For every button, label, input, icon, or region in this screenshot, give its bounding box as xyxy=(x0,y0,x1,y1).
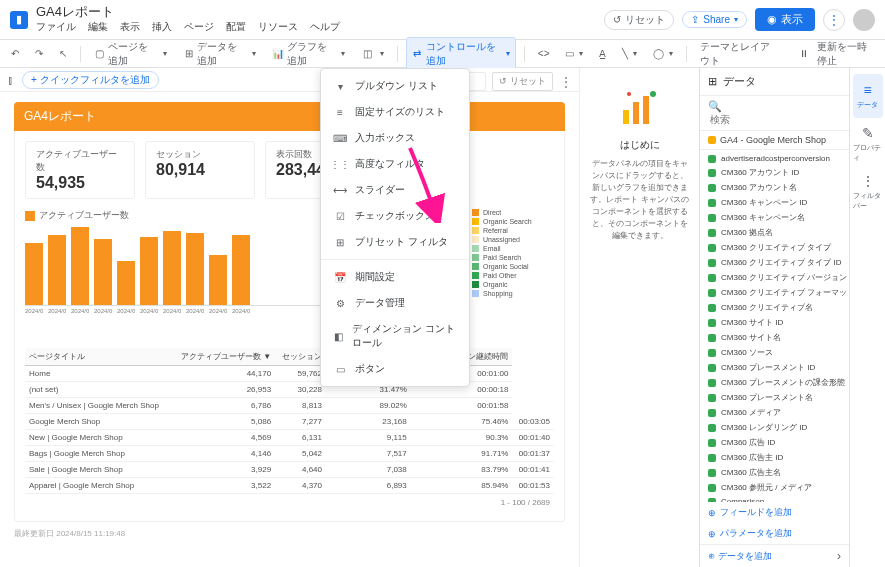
canvas-area[interactable]: ⫿ + クイックフィルタを追加 期間を選択 ↺ リセット ⋮ GA4レポート ア… xyxy=(0,68,579,567)
table-row[interactable]: Apparel | Google Merch Shop3,5224,3706,8… xyxy=(25,478,554,494)
shape-button[interactable]: ◯ xyxy=(648,46,678,61)
menu-help[interactable]: ヘルプ xyxy=(310,20,340,34)
reset-chip[interactable]: ↺リセット xyxy=(604,10,674,30)
field-item[interactable]: CM360 レンダリング ID xyxy=(700,420,849,435)
right-tab-label: プロパティ xyxy=(853,143,883,163)
field-item[interactable]: CM360 サイト ID xyxy=(700,315,849,330)
menu-view[interactable]: 表示 xyxy=(120,20,140,34)
table-row[interactable]: Home44,17059,76249.71%00:01:00 xyxy=(25,366,554,382)
add-page-button[interactable]: ▢ページを追加 xyxy=(89,38,172,70)
pause-update-button[interactable]: ⏸ 更新を一時停止 xyxy=(794,38,879,70)
table-cell: 4,640 xyxy=(275,462,326,478)
menu-insert[interactable]: 挿入 xyxy=(152,20,172,34)
table-cell: 85.94% xyxy=(411,478,513,494)
field-item[interactable]: CM360 広告主名 xyxy=(700,465,849,480)
field-item[interactable]: CM360 クリエイティブ タイプ ID xyxy=(700,255,849,270)
pointer-button[interactable]: ↖ xyxy=(54,46,72,61)
field-item[interactable]: Comparison xyxy=(700,495,849,502)
field-item[interactable]: CM360 サイト名 xyxy=(700,330,849,345)
filter-icon[interactable]: ⫿ xyxy=(8,74,14,86)
line-button[interactable]: ╲ xyxy=(617,46,642,61)
share-button[interactable]: ⇪Share▾ xyxy=(682,11,747,28)
right-tab[interactable]: ≡データ xyxy=(853,74,883,118)
menu-page[interactable]: ページ xyxy=(184,20,214,34)
field-item[interactable]: CM360 クリエイティブ フォーマット xyxy=(700,285,849,300)
image-button[interactable]: ▭ xyxy=(560,46,588,61)
menu-resource[interactable]: リソース xyxy=(258,20,298,34)
field-item[interactable]: CM360 キャンペーン名 xyxy=(700,210,849,225)
table-cell: 4,569 xyxy=(171,430,275,446)
table-row[interactable]: Men's / Unisex | Google Merch Shop6,7868… xyxy=(25,398,554,414)
field-item[interactable]: advertiseradcostperconversion xyxy=(700,152,849,165)
table-row[interactable]: Sale | Google Merch Shop3,9294,6407,0388… xyxy=(25,462,554,478)
dropdown-item[interactable]: 📅期間設定 xyxy=(321,264,469,290)
data-source[interactable]: GA4 - Google Merch Shop xyxy=(700,131,849,150)
table-row[interactable]: (not set)26,95330,22831.47%00:00:18 xyxy=(25,382,554,398)
field-item[interactable]: CM360 アカウント名 xyxy=(700,180,849,195)
quick-filter-chip[interactable]: + クイックフィルタを追加 xyxy=(22,71,159,89)
dropdown-item-icon: ⌨ xyxy=(333,131,347,145)
add-data-button[interactable]: ⊞データを追加 xyxy=(178,38,261,70)
menu-arrange[interactable]: 配置 xyxy=(226,20,246,34)
text-button[interactable]: A̲ xyxy=(594,46,611,61)
view-button[interactable]: ◉表示 xyxy=(755,8,815,31)
scorecard[interactable]: アクティブユーザー数54,935 xyxy=(25,141,135,199)
field-item[interactable]: CM360 アカウント ID xyxy=(700,165,849,180)
search-input[interactable] xyxy=(708,113,841,126)
scorecard[interactable]: セッション80,914 xyxy=(145,141,255,199)
menu-edit[interactable]: 編集 xyxy=(88,20,108,34)
table-row[interactable]: New | Google Merch Shop4,5696,1319,11590… xyxy=(25,430,554,446)
field-item[interactable]: CM360 広告 ID xyxy=(700,435,849,450)
table-header[interactable]: ページタイトル xyxy=(25,348,171,366)
dropdown-item[interactable]: ⌨入力ボックス xyxy=(321,125,469,151)
dropdown-item[interactable]: ◧ディメンション コントロール xyxy=(321,316,469,356)
menu-file[interactable]: ファイル xyxy=(36,20,76,34)
table-row[interactable]: Google Merch Shop5,0867,27723,16875.46%0… xyxy=(25,414,554,430)
dropdown-item[interactable]: ⋮⋮高度なフィルタ xyxy=(321,151,469,177)
redo-button[interactable]: ↷ xyxy=(30,46,48,61)
theme-layout-button[interactable]: テーマとレイアウト xyxy=(695,38,781,70)
bar-chart[interactable]: アクティブユーザー数 2024/07/162024/07/192024/07/2… xyxy=(25,209,325,336)
table-header[interactable]: セッション xyxy=(275,348,326,366)
dropdown-item[interactable]: ▭ボタン xyxy=(321,356,469,382)
dropdown-item[interactable]: ▾プルダウン リスト xyxy=(321,73,469,99)
add-field-link[interactable]: ⊕フィールドを追加 xyxy=(700,502,849,523)
right-tab[interactable]: ⋮フィルタバー xyxy=(853,170,883,214)
field-item[interactable]: CM360 参照元 / メディア xyxy=(700,480,849,495)
field-item[interactable]: CM360 キャンペーン ID xyxy=(700,195,849,210)
add-control-button[interactable]: ⇄コントロールを追加 xyxy=(406,37,516,71)
field-item[interactable]: CM360 クリエイティブ バージョン xyxy=(700,270,849,285)
field-item[interactable]: CM360 ソース xyxy=(700,345,849,360)
avatar[interactable] xyxy=(853,9,875,31)
right-tab[interactable]: ✎プロパティ xyxy=(853,122,883,166)
dropdown-item[interactable]: ⟷スライダー xyxy=(321,177,469,203)
add-param-link[interactable]: ⊕パラメータを追加 xyxy=(700,523,849,544)
add-chart-button[interactable]: 📊グラフを追加 xyxy=(267,38,350,70)
doc-title[interactable]: GA4レポート xyxy=(36,5,340,18)
collapse-panel-button[interactable]: › xyxy=(837,549,841,563)
canvas-reset[interactable]: ↺ リセット xyxy=(492,72,553,91)
dropdown-item[interactable]: ⊞プリセット フィルタ xyxy=(321,229,469,255)
dropdown-item[interactable]: ⚙データ管理 xyxy=(321,290,469,316)
field-item[interactable]: CM360 クリエイティブ名 xyxy=(700,300,849,315)
table-pagination[interactable]: 1 - 100 / 2689 xyxy=(25,494,554,511)
field-item[interactable]: CM360 プレースメントの課金形態 xyxy=(700,375,849,390)
field-item[interactable]: CM360 メディア xyxy=(700,405,849,420)
field-item[interactable]: CM360 プレースメント ID xyxy=(700,360,849,375)
table-row[interactable]: Bags | Google Merch Shop4,1465,0427,5179… xyxy=(25,446,554,462)
dropdown-item[interactable]: ≡固定サイズのリスト xyxy=(321,99,469,125)
data-table[interactable]: ページタイトルアクティブユーザー数 ▼セッションエンゲージメント率平均セッション… xyxy=(25,348,554,511)
community-viz-button[interactable]: ◫ xyxy=(356,45,389,63)
field-item[interactable]: CM360 クリエイティブ タイプ xyxy=(700,240,849,255)
undo-button[interactable]: ↶ xyxy=(6,46,24,61)
field-item[interactable]: CM360 拠点名 xyxy=(700,225,849,240)
field-item[interactable]: CM360 プレースメント名 xyxy=(700,390,849,405)
table-header[interactable]: アクティブユーザー数 ▼ xyxy=(171,348,275,366)
canvas-more[interactable]: ⋮ xyxy=(559,74,573,90)
table-cell: 89.02% xyxy=(326,398,411,414)
add-data-link[interactable]: ⊕ データを追加 xyxy=(708,550,772,563)
field-item[interactable]: CM360 広告主 ID xyxy=(700,450,849,465)
url-embed-button[interactable]: <> xyxy=(533,46,555,61)
more-button[interactable]: ⋮ xyxy=(823,9,845,31)
dropdown-item[interactable]: ☑チェックボックス xyxy=(321,203,469,229)
